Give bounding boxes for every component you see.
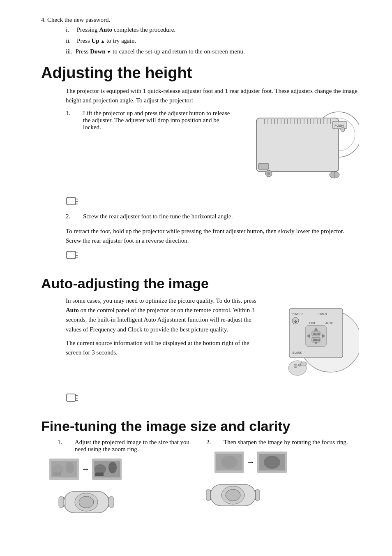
svg-text:MODE: MODE: [313, 333, 320, 335]
intro-item-2: ii. Press Up to try again.: [66, 36, 359, 46]
section2-img-col: POWER TIMER ⏻ EXIT AUTO: [273, 296, 359, 388]
step-label: 4. Check the new password.: [41, 16, 359, 23]
section1-intro: The projector is equipped with 1 quick-r…: [66, 86, 359, 106]
svg-point-82: [79, 496, 94, 508]
down-arrow-icon: [106, 48, 111, 55]
intro-item-3-label: iii.: [66, 48, 76, 55]
section3-step2: 2. Then sharpen the image by rotating th…: [206, 439, 359, 446]
section2-body: In some cases, you may need to optimize …: [41, 296, 359, 405]
page: { "intro": { "step_prefix": "4. Check th…: [0, 0, 392, 556]
section3-text1: Adjust the projected image to the size t…: [75, 439, 194, 453]
svg-rect-63: [67, 394, 76, 401]
section2-text-col: In some cases, you may need to optimize …: [66, 296, 261, 362]
intro-section: 4. Check the new password. i. Pressing A…: [41, 16, 359, 56]
section2-two-col: In some cases, you may need to optimize …: [66, 296, 359, 388]
svg-text:MENU: MENU: [313, 339, 320, 341]
sharp-thumb-2: [257, 452, 287, 473]
svg-rect-107: [206, 489, 210, 501]
svg-point-62: [300, 362, 307, 366]
section1-body: The projector is equipped with 1 quick-r…: [41, 86, 359, 263]
section1-footer: To retract the foot, hold up the project…: [66, 227, 359, 246]
section2-para1: In some cases, you may need to optimize …: [66, 296, 261, 334]
down-bold: Down: [90, 48, 106, 55]
arrow-between-zoom: →: [81, 464, 90, 474]
svg-rect-89: [109, 496, 114, 508]
control-panel-illustration: POWER TIMER ⏻ EXIT AUTO: [273, 296, 359, 387]
section2-para2: The current source information will be d…: [66, 338, 261, 358]
auto-bold-2: Auto: [66, 307, 79, 313]
section1-step2: 2. Screw the rear adjuster foot to fine …: [66, 213, 359, 220]
svg-text:EXIT: EXIT: [309, 322, 316, 324]
auto-bold-1: Auto: [99, 26, 112, 33]
section-adjusting-height: Adjusting the height The projector is eq…: [41, 64, 359, 263]
section3-title: Fine-tuning the image size and clarity: [41, 418, 359, 435]
section1-two-col: 1. Lift the projector up and press the a…: [66, 110, 359, 192]
intro-item-2-label: ii.: [66, 37, 75, 44]
section-auto-adjusting: Auto-adjusting the image In some cases, …: [41, 275, 359, 405]
section3-step1: 1. Adjust the projected image to the siz…: [41, 439, 194, 453]
section1-title: Adjusting the height: [41, 64, 359, 83]
svg-rect-37: [67, 251, 76, 259]
svg-rect-27: [258, 163, 269, 169]
svg-point-60: [294, 364, 297, 368]
svg-rect-72: [49, 459, 79, 480]
zoom-image-pair: →: [49, 459, 194, 480]
svg-text:PUSH: PUSH: [334, 124, 344, 127]
svg-point-102: [226, 489, 240, 501]
step1-text: Lift the projector up and press the adju…: [83, 110, 232, 131]
section1-img-col: PUSH: [244, 110, 359, 192]
intro-item-1: i. Pressing Auto completes the procedure…: [66, 25, 359, 35]
intro-item-2-text: Press Up to try again.: [77, 37, 136, 44]
section3-col1: 1. Adjust the projected image to the siz…: [41, 439, 194, 522]
step2-text: Screw the rear adjuster foot to fine tun…: [83, 213, 233, 220]
svg-rect-77: [95, 473, 104, 476]
blurry-thumb-1: [49, 459, 79, 480]
section-fine-tuning: Fine-tuning the image size and clarity 1…: [41, 418, 359, 522]
svg-rect-33: [67, 197, 76, 205]
section3-num1: 1.: [58, 439, 69, 453]
sharp-thumb-1: [92, 459, 122, 480]
svg-text:BLANK: BLANK: [293, 351, 302, 354]
section3-num2: 2.: [206, 439, 218, 446]
svg-rect-2: [256, 118, 339, 171]
focus-ring-illustration: [206, 477, 260, 513]
section1-step1: 1. Lift the projector up and press the a…: [66, 110, 232, 131]
up-arrow-icon: [99, 37, 105, 44]
svg-point-76: [108, 462, 117, 473]
svg-rect-88: [59, 496, 64, 508]
svg-text:TIMER: TIMER: [318, 313, 327, 315]
arrow-between-focus: →: [247, 457, 255, 467]
svg-text:POWER: POWER: [292, 313, 302, 315]
svg-point-30: [267, 172, 270, 175]
section3-cols: 1. Adjust the projected image to the siz…: [41, 439, 359, 522]
intro-item-3: iii. Press Down to cancel the set-up and…: [66, 47, 359, 56]
blurry-thumb-2: [214, 452, 244, 473]
section3-text2: Then sharpen the image by rotating the f…: [224, 439, 348, 446]
zoom-ring-illustration: [58, 484, 115, 520]
svg-text:⏻: ⏻: [294, 320, 297, 323]
section2-title: Auto-adjusting the image: [41, 275, 359, 292]
note-icon-2: [66, 250, 359, 263]
projector-bottom-illustration: PUSH: [244, 110, 359, 190]
step1-num: 1.: [66, 110, 77, 131]
section1-text-col: 1. Lift the projector up and press the a…: [66, 110, 232, 137]
svg-rect-93: [214, 452, 244, 473]
note-icon-1: [66, 196, 359, 209]
section3-col2: 2. Then sharpen the image by rotating th…: [206, 439, 359, 522]
intro-item-1-text: Pressing Auto completes the procedure.: [77, 26, 175, 33]
svg-point-26: [341, 127, 345, 132]
svg-text:AUTO: AUTO: [325, 322, 334, 324]
intro-list: i. Pressing Auto completes the procedure…: [41, 25, 359, 56]
intro-item-1-label: i.: [66, 26, 75, 33]
focus-image-pair: →: [214, 452, 359, 473]
svg-rect-108: [256, 489, 260, 501]
note-icon-3: [66, 392, 359, 405]
step2-num: 2.: [66, 213, 77, 220]
up-bold: Up: [92, 37, 99, 44]
intro-item-3-text: Press Down to cancel the set-up and retu…: [76, 48, 245, 55]
